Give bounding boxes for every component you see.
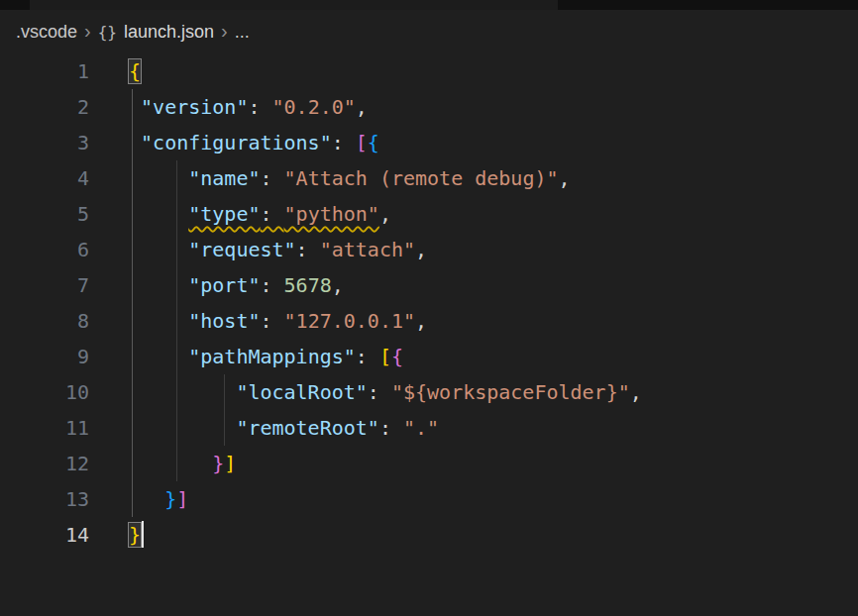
line-number[interactable]: 11	[0, 410, 89, 446]
json-braces-icon: {}	[98, 23, 117, 42]
code-text: }]	[129, 446, 236, 481]
code-line[interactable]: 2 "version": "0.2.0",	[0, 89, 858, 125]
matched-bracket: {	[129, 59, 141, 83]
editor[interactable]: 1{2 "version": "0.2.0",3 "configurations…	[0, 53, 858, 616]
line-number[interactable]: 4	[0, 160, 89, 196]
warning-squiggle: "type": "python"	[188, 202, 379, 226]
code-text: "request": "attach",	[129, 232, 427, 267]
breadcrumb-folder[interactable]: .vscode	[16, 22, 77, 43]
tab-bar-bottom-edge	[0, 0, 858, 10]
code-line[interactable]: 12 }]	[0, 446, 858, 481]
code-text: "localRoot": "${workspaceFolder}",	[129, 374, 642, 410]
line-number[interactable]: 12	[0, 446, 89, 481]
code-line[interactable]: 10 "localRoot": "${workspaceFolder}",	[0, 374, 858, 410]
code-line[interactable]: 8 "host": "127.0.0.1",	[0, 303, 858, 339]
line-number[interactable]: 8	[0, 303, 89, 339]
breadcrumb: .vscode › {} launch.json › ...	[0, 10, 858, 53]
code-text: "host": "127.0.0.1",	[129, 303, 427, 339]
line-number[interactable]: 10	[0, 374, 89, 410]
code-line[interactable]: 11 "remoteRoot": "."	[0, 410, 858, 446]
text-cursor	[142, 521, 144, 548]
code-line[interactable]: 4 "name": "Attach (remote debug)",	[0, 160, 858, 196]
code-line[interactable]: 13 }]	[0, 481, 858, 517]
code-line[interactable]: 5 "type": "python",	[0, 196, 858, 232]
code-text: "version": "0.2.0",	[129, 89, 368, 125]
code-text: "type": "python",	[129, 196, 391, 232]
code-text: "pathMappings": [{	[129, 339, 403, 374]
code-line[interactable]: 6 "request": "attach",	[0, 232, 858, 267]
code-text: "remoteRoot": "."	[129, 410, 439, 446]
code-line[interactable]: 1{	[0, 53, 858, 89]
editor-pane: .vscode › {} launch.json › ... 1{2 "vers…	[0, 0, 858, 616]
code-line[interactable]: 14}	[0, 517, 858, 553]
code-text: }]	[129, 481, 188, 517]
line-number[interactable]: 14	[0, 517, 89, 553]
chevron-right-icon: ›	[77, 20, 98, 43]
breadcrumb-symbol-overflow[interactable]: ...	[235, 22, 250, 43]
code-text: "port": 5678,	[129, 267, 344, 303]
line-number[interactable]: 13	[0, 481, 89, 517]
code-line[interactable]: 9 "pathMappings": [{	[0, 339, 858, 374]
line-number[interactable]: 7	[0, 267, 89, 303]
matched-bracket: }	[129, 523, 141, 547]
breadcrumb-file[interactable]: launch.json	[124, 22, 214, 43]
code-text: "name": "Attach (remote debug)",	[129, 160, 571, 196]
line-number[interactable]: 2	[0, 89, 89, 125]
code-text: "configurations": [{	[129, 125, 379, 160]
code-line[interactable]: 7 "port": 5678,	[0, 267, 858, 303]
active-tab-bottom-sliver	[30, 0, 558, 10]
code-lines: 1{2 "version": "0.2.0",3 "configurations…	[0, 53, 858, 553]
code-line[interactable]: 3 "configurations": [{	[0, 125, 858, 160]
line-number[interactable]: 6	[0, 232, 89, 267]
line-number[interactable]: 5	[0, 196, 89, 232]
line-number[interactable]: 3	[0, 125, 89, 160]
chevron-right-icon: ›	[214, 20, 235, 43]
code-text: }	[129, 517, 144, 553]
line-number[interactable]: 9	[0, 339, 89, 374]
line-number[interactable]: 1	[0, 53, 89, 89]
code-text: {	[129, 53, 141, 89]
